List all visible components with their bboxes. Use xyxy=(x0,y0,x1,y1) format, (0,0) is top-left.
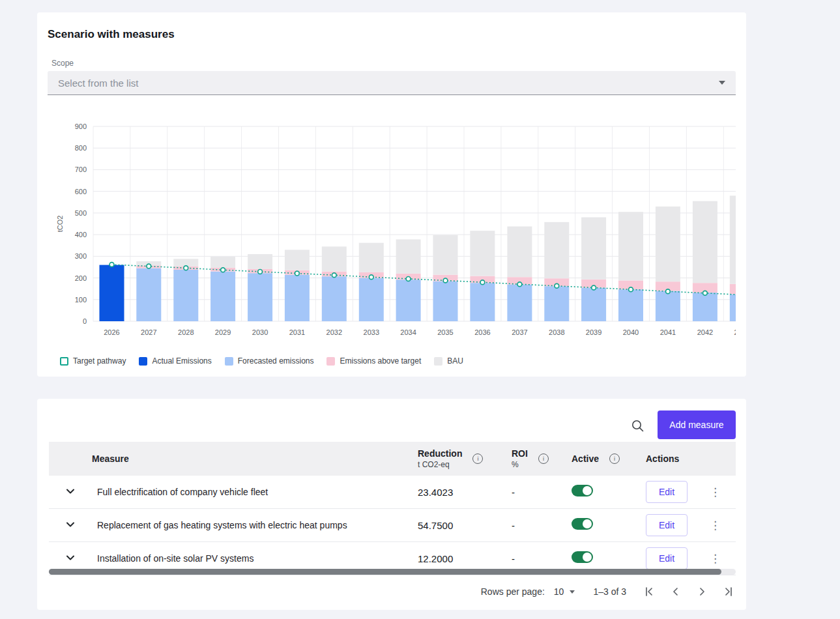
legend-item[interactable]: Emissions above target xyxy=(326,356,421,366)
edit-button[interactable]: Edit xyxy=(646,547,688,569)
scrollbar-thumb[interactable] xyxy=(49,569,721,575)
svg-text:2041: 2041 xyxy=(660,328,676,336)
svg-text:2038: 2038 xyxy=(549,328,564,336)
svg-text:400: 400 xyxy=(75,231,87,238)
kebab-menu-icon[interactable]: ⋮ xyxy=(706,552,725,566)
svg-text:2029: 2029 xyxy=(215,328,231,336)
roi-unit-label: % xyxy=(512,460,528,469)
legend-label: Actual Emissions xyxy=(152,356,211,366)
scenario-card: Scenario with measures Scope Select from… xyxy=(37,12,746,377)
svg-text:100: 100 xyxy=(75,296,87,304)
legend-item[interactable]: Forecasted emissions xyxy=(225,356,314,366)
svg-text:2036: 2036 xyxy=(474,328,490,336)
svg-text:2027: 2027 xyxy=(141,328,156,336)
legend-label: Forecasted emissions xyxy=(238,356,314,366)
chart-legend: Target pathwayActual EmissionsForecasted… xyxy=(60,356,463,366)
legend-item[interactable]: Target pathway xyxy=(60,356,126,366)
table-header: Measure Reduction t CO2-eq i ROI % i Act… xyxy=(49,442,736,476)
page-title: Scenario with measures xyxy=(48,28,175,41)
svg-text:2032: 2032 xyxy=(326,328,342,336)
svg-text:0: 0 xyxy=(83,317,87,325)
rows-per-page-value: 10 xyxy=(554,586,564,597)
active-toggle[interactable] xyxy=(572,551,593,563)
svg-text:2031: 2031 xyxy=(289,328,305,336)
add-measure-button[interactable]: Add measure xyxy=(658,410,736,439)
previous-page-button[interactable] xyxy=(668,584,684,599)
svg-text:300: 300 xyxy=(75,252,87,260)
roi-value: - xyxy=(512,553,572,564)
emissions-chart: 0100200300400500600700800900202620272028… xyxy=(55,110,736,345)
legend-swatch xyxy=(434,357,442,366)
legend-swatch xyxy=(139,357,147,366)
legend-swatch xyxy=(225,357,233,366)
info-icon[interactable]: i xyxy=(538,453,549,464)
toggle-knob xyxy=(583,519,592,528)
measure-name: Replacement of gas heating systems with … xyxy=(92,520,418,530)
legend-label: Target pathway xyxy=(73,356,126,366)
scope-select[interactable]: Select from the list xyxy=(48,71,736,95)
measure-name: Full electrification of company vehicle … xyxy=(92,487,418,497)
reduction-value: 23.4023 xyxy=(418,487,512,498)
svg-text:tCO2: tCO2 xyxy=(56,216,64,233)
table-body: Full electrification of company vehicle … xyxy=(49,476,736,575)
chevron-down-icon xyxy=(570,590,575,594)
active-toggle[interactable] xyxy=(572,485,593,497)
svg-text:2042: 2042 xyxy=(697,328,713,336)
pagination-bar: Rows per page: 10 1–3 of 3 xyxy=(481,583,736,601)
svg-text:2037: 2037 xyxy=(512,328,527,336)
info-icon[interactable]: i xyxy=(609,453,620,464)
column-header-active: Active i xyxy=(572,453,646,464)
svg-text:200: 200 xyxy=(75,274,87,282)
measure-name: Installation of on-site solar PV systems xyxy=(92,553,418,564)
next-page-button[interactable] xyxy=(694,584,710,599)
svg-text:2039: 2039 xyxy=(586,328,601,336)
svg-text:600: 600 xyxy=(75,188,87,195)
svg-text:900: 900 xyxy=(75,122,87,130)
active-toggle[interactable] xyxy=(572,518,593,530)
pager-nav xyxy=(642,584,736,599)
kebab-menu-icon[interactable]: ⋮ xyxy=(706,485,725,499)
svg-text:2030: 2030 xyxy=(252,328,268,336)
roi-value: - xyxy=(512,520,572,531)
edit-button[interactable]: Edit xyxy=(646,514,688,536)
table-row: Replacement of gas heating systems with … xyxy=(49,509,736,542)
toggle-knob xyxy=(583,553,592,562)
rows-per-page-select[interactable]: 10 xyxy=(554,586,575,597)
legend-item[interactable]: BAU xyxy=(434,356,463,366)
column-header-reduction: Reduction t CO2-eq i xyxy=(418,448,512,469)
legend-label: Emissions above target xyxy=(340,356,421,366)
reduction-unit-label: t CO2-eq xyxy=(418,460,462,469)
kebab-menu-icon[interactable]: ⋮ xyxy=(706,519,725,532)
expand-row-button[interactable] xyxy=(62,483,79,500)
edit-button[interactable]: Edit xyxy=(646,481,688,503)
svg-text:2033: 2033 xyxy=(364,328,379,336)
info-icon[interactable]: i xyxy=(472,453,483,464)
legend-swatch xyxy=(326,357,335,366)
svg-text:700: 700 xyxy=(75,166,87,173)
legend-item[interactable]: Actual Emissions xyxy=(139,356,211,366)
column-header-actions: Actions xyxy=(646,453,736,464)
scope-select-value: Select from the list xyxy=(58,78,138,89)
toggle-knob xyxy=(583,486,592,495)
rows-per-page-label: Rows per page: xyxy=(481,586,545,597)
chevron-down-icon xyxy=(719,81,725,85)
expand-row-button[interactable] xyxy=(62,517,79,534)
legend-label: BAU xyxy=(447,356,463,366)
svg-text:2028: 2028 xyxy=(178,328,194,336)
table-row: Full electrification of company vehicle … xyxy=(49,476,736,509)
svg-text:2040: 2040 xyxy=(623,328,639,336)
column-header-roi: ROI % i xyxy=(512,448,572,469)
svg-text:2043: 2043 xyxy=(734,328,736,336)
column-header-measure: Measure xyxy=(92,453,418,464)
svg-text:800: 800 xyxy=(75,144,87,152)
pagination-range: 1–3 of 3 xyxy=(593,586,626,597)
scope-label: Scope xyxy=(51,59,74,68)
expand-row-button[interactable] xyxy=(62,550,79,567)
last-page-button[interactable] xyxy=(720,584,736,599)
svg-text:2026: 2026 xyxy=(104,328,119,336)
svg-text:2035: 2035 xyxy=(437,328,453,336)
search-icon[interactable] xyxy=(629,417,647,435)
first-page-button[interactable] xyxy=(642,584,658,599)
horizontal-scrollbar[interactable] xyxy=(49,569,736,575)
reduction-value: 12.2000 xyxy=(418,553,512,564)
